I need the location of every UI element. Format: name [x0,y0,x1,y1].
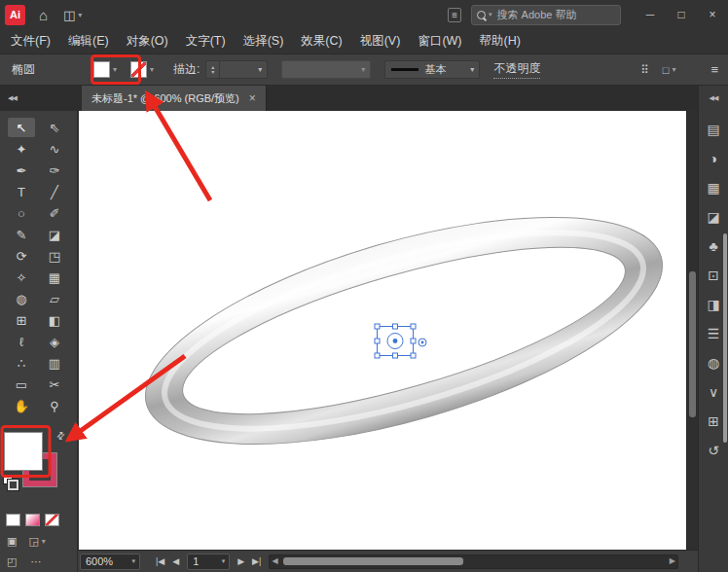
zoom-tool[interactable]: ⚲ [41,396,68,415]
ellipse-tool[interactable]: ○ [8,203,35,223]
chevron-down-icon: ▾ [131,557,135,565]
scroll-left-icon[interactable]: ◀ [272,555,277,567]
selection-indicator[interactable] [375,324,426,358]
document-tab[interactable]: 未标题-1* @ 600% (RGB/预览) × [82,86,267,111]
color-panel[interactable]: ◑ [701,144,726,173]
zoom-select[interactable]: 600% ▾ [80,554,140,570]
menu-item-3[interactable]: 文字(T) [177,29,235,54]
dock-scrollbar[interactable] [723,233,727,443]
fill-proxy-swatch[interactable] [4,432,43,471]
horizontal-scrollbar[interactable]: ◀ ▶ [269,554,678,569]
line-segment-tool[interactable]: ╱ [41,182,68,201]
first-artboard-button[interactable]: |◀ [156,556,164,566]
screen-mode-icon: ◲ [28,535,38,548]
last-artboard-button[interactable]: ▶| [252,556,261,566]
opacity-link[interactable]: 不透明度 [493,60,540,79]
panel-menu-icon[interactable]: ≡ [710,62,718,77]
eraser-tool[interactable]: ◪ [41,225,68,244]
next-artboard-button[interactable]: ▶ [237,556,244,566]
screen-mode-control[interactable]: ◲ ▾ [28,535,45,548]
pencil-tool[interactable]: ✎ [8,225,35,244]
eyedropper-tool[interactable]: ℓ [8,332,35,351]
vertical-scrollbar-thumb[interactable] [689,271,696,417]
default-fill-stroke-icon[interactable] [3,475,18,489]
stepper-down-icon[interactable]: ▾ [211,70,214,75]
dock-expand-icon[interactable]: ◀◀ [699,86,728,111]
curvature-tool[interactable]: ✑ [41,161,68,180]
tab-close-icon[interactable]: × [249,91,256,105]
workspace-switcher[interactable]: ◫ ▾ [63,8,82,22]
stroke-weight-label: 描边: [173,61,200,78]
stroke-weight-stepper[interactable]: ▴ ▾ ▾ [205,60,268,79]
minimize-button[interactable]: ─ [635,0,666,29]
toolbar-collapse-icon[interactable]: ◀◀ [8,86,17,111]
artboard-tool[interactable]: ▭ [8,375,35,394]
stroke-none-swatch[interactable] [130,61,147,78]
stroke-style-select[interactable]: 基本 ▾ [384,60,480,79]
hand-tool[interactable]: ✋ [8,396,35,415]
gradient-panel[interactable]: ◪ [701,202,726,232]
column-graph-tool[interactable]: ▥ [41,353,68,373]
maximize-button[interactable]: □ [666,0,697,29]
search-input[interactable]: ▾ 搜索 Adobe 帮助 [471,5,621,25]
swap-fill-stroke-icon[interactable]: ⇄ [54,429,67,443]
statusbar-corner [686,550,698,572]
scroll-right-icon[interactable]: ▶ [670,555,675,567]
direct-selection-tool[interactable]: ⇖ [41,118,68,137]
lasso-tool[interactable]: ∿ [41,139,68,159]
color-mode-button[interactable] [6,514,20,526]
gradient-mode-button[interactable] [25,514,40,526]
draw-normal-icon[interactable]: ▣ [7,535,17,548]
horizontal-scrollbar-thumb[interactable] [283,557,463,565]
canvas-artboard[interactable] [79,111,686,550]
pen-tool[interactable]: ✒ [8,161,35,180]
scale-tool[interactable]: ◳ [41,246,68,266]
menu-item-6[interactable]: 视图(V) [351,29,410,54]
gradient-tool[interactable]: ◧ [41,310,68,330]
previous-artboard-button[interactable]: ◀ [172,556,179,566]
fill-swatch[interactable] [93,61,110,78]
paintbrush-tool[interactable]: ✐ [41,203,68,223]
magic-wand-tool[interactable]: ✦ [8,139,35,159]
fill-color-control[interactable]: ▾ [93,61,117,78]
artboard-select[interactable]: 1 ▾ [187,554,230,570]
arrange-documents-icon[interactable]: ≡ [448,8,461,22]
rotate-tool[interactable]: ⟳ [8,246,35,266]
menu-item-1[interactable]: 编辑(E) [59,29,118,54]
ring-artwork[interactable] [122,171,685,490]
blend-tool[interactable]: ◈ [41,332,68,351]
edit-toolbar-icon[interactable]: ⋯ [30,555,41,568]
menu-item-0[interactable]: 文件(F) [2,29,59,54]
menu-item-7[interactable]: 窗口(W) [409,29,470,54]
selection-tool[interactable]: ↖ [8,118,35,137]
perspective-grid-tool[interactable]: ▱ [41,289,68,308]
artboard-number: 1 [188,555,221,567]
grid-options-icon[interactable]: ⠿ [640,63,649,77]
menu-item-8[interactable]: 帮助(H) [471,29,529,54]
mesh-tool[interactable]: ⊞ [8,310,35,330]
paint-mode-buttons [6,514,59,526]
chevron-down-icon: ▾ [42,537,46,546]
chevron-down-icon: ▾ [356,65,370,74]
free-transform-tool[interactable]: ▦ [41,268,68,287]
symbol-sprayer-tool[interactable]: ∴ [8,353,35,373]
chevron-down-icon[interactable]: ▾ [465,65,479,74]
width-tool[interactable]: ✧ [8,268,35,287]
menu-item-5[interactable]: 效果(C) [292,29,350,54]
close-button[interactable]: × [697,0,728,29]
properties-panel[interactable]: ▤ [701,115,726,144]
shape-builder-tool[interactable]: ◍ [8,289,35,308]
type-tool[interactable]: T [8,182,35,201]
swatches-panel[interactable]: ▦ [701,173,726,202]
select-similar-control[interactable]: □ ▾ [663,64,676,76]
slice-tool[interactable]: ✂ [41,375,68,394]
change-screen-mode-icon[interactable]: ◰ [7,555,17,568]
menu-item-2[interactable]: 对象(O) [118,29,177,54]
vertical-scrollbar[interactable] [686,111,698,550]
menu-item-4[interactable]: 选择(S) [235,29,293,54]
chevron-down-icon[interactable]: ▾ [253,65,267,74]
stroke-color-control[interactable]: ▾ [130,61,154,78]
fill-stroke-indicator: ⇄ [0,428,78,492]
none-mode-button[interactable] [45,514,59,526]
home-icon[interactable]: ⌂ [39,7,48,23]
